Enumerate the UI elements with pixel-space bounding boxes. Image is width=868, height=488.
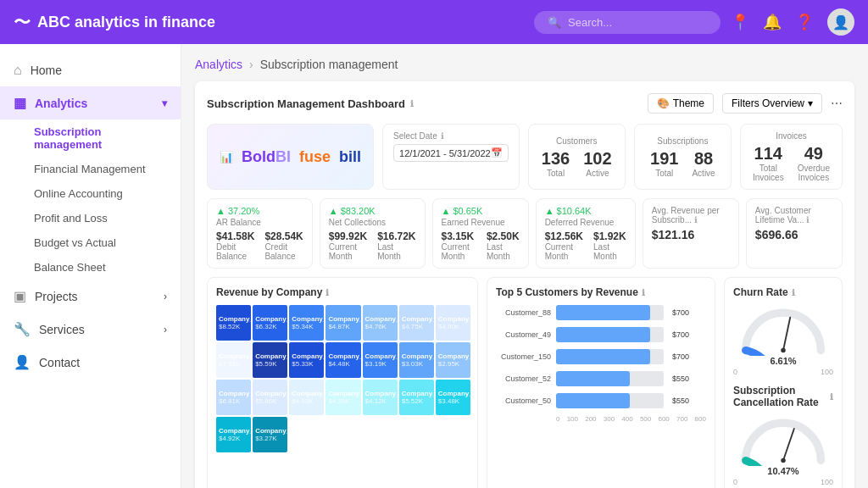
treemap-cell[interactable]: Company_8$4.87K [326, 305, 360, 341]
kpi-value-2-0: $3.15K Current Month [442, 230, 476, 261]
analytics-icon: ▦ [14, 95, 26, 111]
treemap-cell[interactable]: Company_18$5.52K [399, 380, 434, 415]
search-bar[interactable]: 🔍 [534, 11, 721, 34]
sidebar-item-projects[interactable]: ▣ Projects › [0, 280, 181, 313]
location-icon[interactable]: 📍 [731, 13, 749, 31]
main-layout: ⌂ Home ▦ Analytics ▾ Subscription manage… [0, 44, 868, 488]
dashboard-card: Subscription Management Dashboard ℹ 🎨 Th… [195, 81, 854, 488]
treemap-cell[interactable]: Company_19$6.81K [216, 380, 251, 415]
gauge-value-0: 6.61% [770, 356, 796, 366]
app-title: ABC analytics in finance [37, 14, 215, 31]
customers-total: 136 Total [542, 149, 570, 178]
axis-label: 600 [658, 415, 669, 423]
sidebar-label-analytics: Analytics [35, 97, 87, 110]
treemap-cell[interactable]: Company_17$7.53K [216, 342, 251, 378]
filters-button[interactable]: Filters Overview ▾ [722, 93, 822, 114]
search-icon: 🔍 [548, 16, 561, 29]
treemap-cell[interactable]: Company_11$5.33K [289, 342, 324, 378]
treemap-cell[interactable]: Company_15$3.27K [253, 417, 287, 452]
date-info-icon[interactable]: ℹ [441, 131, 444, 141]
bar-label: Customer_50 [496, 396, 551, 405]
sidebar-item-home[interactable]: ⌂ Home [0, 54, 181, 86]
treemap-cell[interactable]: Company_5$8.52K [216, 305, 251, 341]
gauge-range-1: 0100 [733, 478, 833, 486]
treemap-cell[interactable]: Company_23$2.95K [436, 342, 470, 378]
bell-icon[interactable]: 🔔 [763, 13, 782, 31]
sidebar-item-budget-vs-actual[interactable]: Budget vs Actual [34, 230, 181, 255]
bar-value: $700 [672, 352, 706, 361]
treemap-cell[interactable]: Company_4$4.38K [326, 380, 360, 415]
bar-label: Customer_52 [496, 374, 551, 383]
bar-track [556, 393, 664, 408]
treemap-cell[interactable]: Company_6$5.34K [289, 305, 324, 341]
treemap-cell[interactable]: Company_9$5.59K [253, 342, 287, 378]
sidebar-item-contact[interactable]: 👤 Contact [0, 346, 181, 379]
theme-button[interactable]: 🎨 Theme [648, 93, 714, 114]
sidebar-item-subscription-management[interactable]: Subscription management [34, 119, 181, 157]
axis-label: 300 [604, 415, 615, 423]
treemap-card: Revenue by Company ℹ Company_5$8.52KComp… [207, 277, 478, 488]
treemap-cell[interactable]: Company_16$5.86K [253, 380, 287, 415]
sidebar-item-online-accounting[interactable]: Online Accounting [34, 181, 181, 206]
sidebar-item-balance-sheet[interactable]: Balance Sheet [34, 255, 181, 280]
gauge-1: Subscription Cancellation Rate ℹ 10.47% … [733, 385, 833, 486]
kpi-row: ▲ 37.20% AR Balance $41.58K Debit Balanc… [207, 198, 843, 269]
bill-logo: bill [339, 148, 361, 166]
date-value[interactable]: 12/1/2021 - 5/31/2022 📅 [393, 144, 509, 162]
kpi-change-2: ▲ $0.65K [442, 206, 520, 216]
gauge-info-icon-1[interactable]: ℹ [830, 392, 833, 402]
treemap-cell[interactable]: Company_22$4.48K [326, 342, 360, 378]
sidebar-item-financial-management[interactable]: Financial Management [34, 157, 181, 181]
kpi-card-5: Avg. Customer Lifetime Va... ℹ $696.66 [746, 198, 843, 269]
sidebar-item-services[interactable]: 🔧 Services › [0, 313, 181, 346]
bar-row: Customer_88 $700 [496, 305, 706, 320]
treemap-cell[interactable]: Company_3$3.48K [436, 380, 470, 415]
treemap-cell[interactable]: Company_14$4.12K [363, 380, 398, 415]
treemap-cell[interactable]: Company_20$4.90K [436, 305, 470, 341]
chevron-down-filters: ▾ [808, 97, 813, 109]
user-avatar[interactable]: 👤 [827, 8, 854, 36]
dashboard-title: Subscription Management Dashboard ℹ [207, 97, 414, 110]
bar-track [556, 305, 664, 320]
kpi-value-1-0: $99.92K Current Month [329, 230, 367, 261]
sidebar-item-analytics[interactable]: ▦ Analytics ▾ [0, 86, 181, 119]
svg-point-1 [781, 348, 786, 353]
treemap-cell[interactable]: Company_7$3.19K [363, 342, 398, 378]
logo-card: 📊 BoldBI fuse bill [207, 124, 374, 190]
axis-label: 400 [621, 415, 632, 423]
services-icon: 🔧 [14, 321, 31, 337]
treemap-info-icon[interactable]: ℹ [326, 288, 329, 297]
breadcrumb: Analytics › Subscription management [195, 58, 854, 71]
treemap-cell[interactable]: Company_1$4.93K [289, 380, 324, 415]
treemap-cell[interactable]: Company_12$6.32K [253, 305, 287, 341]
treemap-visual: Company_5$8.52KCompany_12$6.32KCompany_6… [216, 305, 469, 454]
kpi-change-3: ▲ $10.64K [545, 206, 626, 216]
treemap-cell[interactable]: Company_10$3.03K [399, 342, 434, 378]
treemap-cell[interactable]: Company_2$4.76K [363, 305, 398, 341]
subscriptions-active: 88 Active [692, 149, 715, 178]
search-input[interactable] [568, 16, 704, 29]
more-icon[interactable]: ⋯ [831, 97, 843, 110]
kpi-info-icon[interactable]: ℹ [806, 215, 810, 225]
sidebar-item-profit-and-loss[interactable]: Profit and Loss [34, 206, 181, 230]
gauge-info-icon-0[interactable]: ℹ [792, 288, 795, 297]
treemap-cell[interactable]: Company_13$4.92K [216, 417, 251, 452]
kpi-values-0: $41.58K Debit Balance $28.54K Credit Bal… [216, 230, 303, 261]
invoices-total: 114 Total Invoices [753, 144, 784, 182]
bar-row: Customer_49 $700 [496, 327, 706, 342]
info-icon[interactable]: ℹ [410, 99, 414, 108]
help-icon[interactable]: ❓ [795, 13, 814, 31]
chevron-right-icon-2: › [164, 324, 167, 336]
bar-chart-visual: Customer_88 $700 Customer_49 $700 Custom… [496, 305, 706, 423]
kpi-card-4: Avg. Revenue per Subscrib... ℹ $121.16 [643, 198, 739, 269]
breadcrumb-parent[interactable]: Analytics [195, 58, 242, 71]
header-icons: 📍 🔔 ❓ 👤 [731, 8, 854, 36]
bar-row: Customer_50 $550 [496, 393, 706, 408]
kpi-info-icon[interactable]: ℹ [694, 215, 698, 225]
kpi-label: Avg. Revenue per Subscrib... ℹ [652, 206, 730, 225]
treemap-cell[interactable]: Company_24$4.75K [399, 305, 434, 341]
calendar-icon: 📅 [491, 147, 503, 158]
breadcrumb-separator: › [249, 58, 253, 71]
subscriptions-numbers: 191 Total 88 Active [650, 149, 715, 178]
bar-chart-info-icon[interactable]: ℹ [642, 288, 645, 297]
